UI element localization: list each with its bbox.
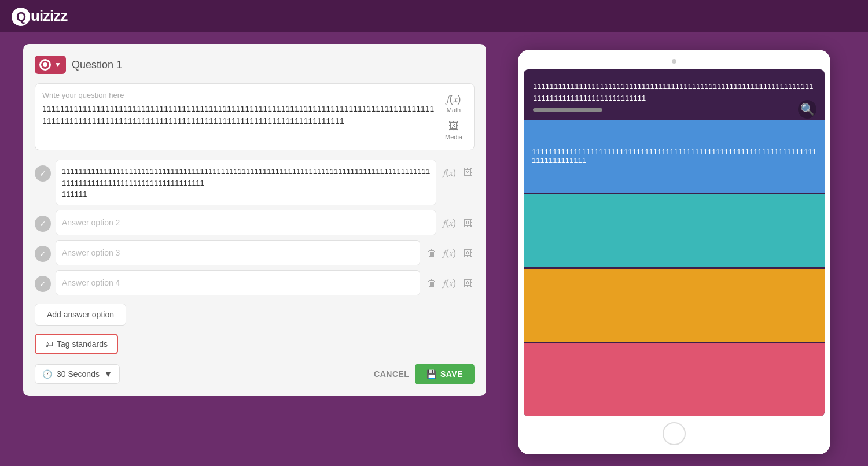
chevron-down-icon: ▼	[54, 61, 61, 69]
tablet-answer-1: 1111111111111111111111111111111111111111…	[524, 120, 825, 193]
question-tools: 𝑓(𝑥) Math 🖼 Media	[440, 91, 467, 143]
answer-placeholder-2: Answer option 2	[62, 218, 120, 227]
cancel-button[interactable]: CANCEL	[374, 369, 409, 379]
answer-tools-2: 𝑓(𝑥) 🖼	[441, 216, 475, 231]
question-label: Question 1	[72, 59, 122, 71]
math-icon-1[interactable]: 𝑓(𝑥)	[441, 165, 458, 180]
tag-standards-button[interactable]: 🏷 Tag standards	[35, 334, 118, 354]
question-input-wrapper: Write your question here 111111111111111…	[42, 91, 435, 143]
tablet-answer-3	[524, 269, 825, 342]
logo-q: Q	[12, 8, 30, 26]
question-editor: ▼ Question 1 Write your question here 11…	[23, 44, 486, 396]
answer-tools-1: 𝑓(𝑥) 🖼	[441, 165, 475, 180]
tablet-home-button	[663, 422, 686, 445]
question-text-area: Write your question here 111111111111111…	[35, 83, 475, 150]
main-content: ▼ Question 1 Write your question here 11…	[0, 32, 868, 466]
answer-tools-3: 🗑 𝑓(𝑥) 🖼	[425, 246, 475, 261]
answer-check-4[interactable]: ✓	[35, 276, 51, 292]
answer-options: ✓ 11111111111111111111111111111111111111…	[35, 160, 475, 295]
math-icon-4[interactable]: 𝑓(𝑥)	[441, 276, 458, 291]
delete-icon-3[interactable]: 🗑	[425, 246, 439, 261]
bottom-actions: CANCEL 💾 SAVE	[374, 364, 475, 384]
answer-option-row-2: ✓ Answer option 2 𝑓(𝑥) 🖼	[35, 210, 475, 235]
tablet-screen: 1111111111111111111111111111111111111111…	[524, 69, 825, 416]
image-icon-2[interactable]: 🖼	[461, 216, 475, 231]
math-icon-3[interactable]: 𝑓(𝑥)	[441, 246, 458, 261]
math-icon: 𝑓(𝑥)	[447, 93, 461, 105]
delete-icon-4[interactable]: 🗑	[425, 276, 439, 291]
answer-text-1: 1111111111111111111111111111111111111111…	[62, 166, 430, 200]
answer-placeholder-4: Answer option 4	[62, 278, 120, 287]
answer-tools-4: 🗑 𝑓(𝑥) 🖼	[425, 276, 475, 291]
tablet-camera	[672, 59, 676, 64]
image-icon-3[interactable]: 🖼	[461, 246, 475, 261]
media-tool-button[interactable]: 🖼 Media	[440, 118, 467, 143]
math-tool-button[interactable]: 𝑓(𝑥) Math	[442, 91, 466, 116]
question-header: ▼ Question 1	[35, 56, 475, 74]
tablet-answer-2	[524, 194, 825, 267]
question-text[interactable]: 1111111111111111111111111111111111111111…	[42, 103, 435, 127]
time-selector[interactable]: 🕐 30 Seconds ▼	[35, 364, 120, 384]
clock-icon: 🕐	[42, 369, 52, 379]
answer-placeholder-3: Answer option 3	[62, 248, 120, 257]
answer-check-2[interactable]: ✓	[35, 216, 51, 232]
tag-icon: 🏷	[45, 339, 53, 349]
time-chevron-icon: ▼	[104, 369, 112, 379]
answer-option-row-1: ✓ 11111111111111111111111111111111111111…	[35, 160, 475, 205]
question-type-button[interactable]: ▼	[35, 56, 66, 74]
time-label: 30 Seconds	[57, 369, 100, 379]
zoom-icon: 🔍	[798, 100, 816, 119]
answer-input-3[interactable]: Answer option 3	[56, 240, 420, 265]
tablet-question-area: 1111111111111111111111111111111111111111…	[524, 69, 825, 117]
radio-icon	[39, 59, 51, 71]
answer-option-row-4: ✓ Answer option 4 🗑 𝑓(𝑥) 🖼	[35, 270, 475, 295]
tablet-preview: 1111111111111111111111111111111111111111…	[503, 44, 845, 454]
tablet-progress-bar	[533, 108, 602, 112]
tablet-question-text: 1111111111111111111111111111111111111111…	[533, 81, 815, 103]
tablet-answer-text-1: 1111111111111111111111111111111111111111…	[532, 147, 816, 165]
math-icon-2[interactable]: 𝑓(𝑥)	[441, 216, 458, 231]
answer-input-4[interactable]: Answer option 4	[56, 270, 420, 295]
save-button[interactable]: 💾 SAVE	[415, 364, 475, 384]
logo: Quizizz	[12, 7, 67, 26]
tablet-answers: 1111111111111111111111111111111111111111…	[524, 117, 825, 416]
image-icon-4[interactable]: 🖼	[461, 276, 475, 291]
tablet: 1111111111111111111111111111111111111111…	[518, 50, 830, 454]
tablet-answer-4	[524, 343, 825, 416]
image-icon-1[interactable]: 🖼	[461, 165, 475, 180]
add-answer-button[interactable]: Add answer option	[35, 304, 126, 326]
bottom-bar: 🕐 30 Seconds ▼ CANCEL 💾 SAVE	[35, 364, 475, 384]
question-placeholder: Write your question here	[42, 91, 435, 99]
answer-input-2[interactable]: Answer option 2	[56, 210, 436, 235]
answer-check-1[interactable]: ✓	[35, 165, 51, 182]
answer-option-row-3: ✓ Answer option 3 🗑 𝑓(𝑥) 🖼	[35, 240, 475, 265]
answer-input-1[interactable]: 1111111111111111111111111111111111111111…	[56, 160, 436, 205]
media-icon: 🖼	[448, 120, 459, 132]
save-icon: 💾	[426, 369, 437, 379]
answer-check-3[interactable]: ✓	[35, 246, 51, 262]
topnav: Quizizz	[0, 0, 868, 32]
